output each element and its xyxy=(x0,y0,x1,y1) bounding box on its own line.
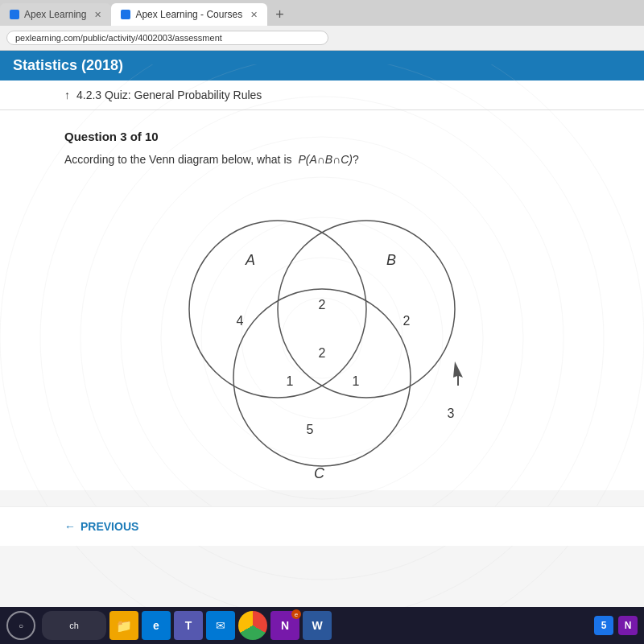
quiz-header-icon: ↑ xyxy=(64,89,70,101)
cursor-icon xyxy=(453,361,463,386)
new-tab-button[interactable]: + xyxy=(267,3,292,26)
tab1-label: Apex Learning xyxy=(24,9,86,20)
content-area: Question 3 of 10 According to the Venn d… xyxy=(0,110,644,490)
quiz-title: 4.2.3 Quiz: General Probability Rules xyxy=(76,89,262,101)
region-b-only: 2 xyxy=(403,314,411,328)
onenote-badge: e xyxy=(291,609,301,619)
question-text-main: According to the Venn diagram below, wha… xyxy=(64,153,292,166)
taskbar: ○ ch 📁 e T ✉ ● N e xyxy=(0,607,644,644)
tab2-close[interactable]: ✕ xyxy=(250,10,258,20)
venn-diagram-container: A B C 4 2 2 2 1 1 xyxy=(64,184,580,490)
region-c-only: 5 xyxy=(307,423,314,436)
chrome-button[interactable]: ● xyxy=(238,611,267,640)
tray-badge-5[interactable]: 5 xyxy=(594,616,613,635)
label-b: B xyxy=(386,252,396,268)
question-number: Question 3 of 10 xyxy=(64,130,580,143)
edge-icon: e xyxy=(153,619,159,632)
region-a-only: 4 xyxy=(237,314,244,328)
quiz-header: ↑ 4.2.3 Quiz: General Probability Rules xyxy=(0,80,644,110)
search-button[interactable]: ch xyxy=(42,611,106,640)
teams-button[interactable]: T xyxy=(174,611,203,640)
edge-button[interactable]: e xyxy=(142,611,171,640)
file-explorer-icon: 📁 xyxy=(116,618,132,634)
chrome-icon: ● xyxy=(250,619,256,632)
word-button[interactable]: W xyxy=(303,611,332,640)
question-text: According to the Venn diagram below, wha… xyxy=(64,151,580,168)
page-wrapper: Apex Learning ✕ Apex Learning - Courses … xyxy=(0,0,644,644)
tab1-close[interactable]: ✕ xyxy=(94,10,101,20)
region-outside: 3 xyxy=(448,407,455,420)
formula: P(A∩B∩C) xyxy=(298,153,353,166)
region-abc: 2 xyxy=(319,346,326,360)
system-tray: 5 N xyxy=(594,616,638,635)
region-bc: 1 xyxy=(353,374,360,388)
mail-button[interactable]: ✉ xyxy=(206,611,235,640)
prev-arrow: ← xyxy=(64,520,76,533)
file-explorer-button[interactable]: 📁 xyxy=(109,611,138,640)
page-header: Statistics (2018) xyxy=(0,51,644,80)
teams-icon: T xyxy=(185,619,192,632)
tab2-label: Apex Learning - Courses xyxy=(135,9,242,20)
tab1-favicon xyxy=(10,10,19,19)
venn-diagram-svg: A B C 4 2 2 2 1 1 xyxy=(121,184,523,490)
label-a: A xyxy=(245,252,255,268)
prev-label: PREVIOUS xyxy=(80,520,138,533)
address-input[interactable]: pexlearning.com/public/activity/4002003/… xyxy=(6,31,328,45)
formula-suffix: ? xyxy=(353,153,359,166)
region-ac: 1 xyxy=(287,374,294,388)
region-ab: 2 xyxy=(319,298,326,312)
page-header-text: Statistics (2018) xyxy=(13,57,123,73)
start-icon: ○ xyxy=(19,621,23,630)
nav-bar: ← PREVIOUS xyxy=(0,506,644,546)
search-label: ch xyxy=(69,621,79,630)
word-icon: W xyxy=(312,619,322,632)
start-button[interactable]: ○ xyxy=(6,611,35,640)
address-bar: pexlearning.com/public/activity/4002003/… xyxy=(0,26,644,50)
tray-badge-n[interactable]: N xyxy=(618,616,638,635)
tab-apex-learning[interactable]: Apex Learning ✕ xyxy=(0,3,111,26)
tab2-favicon xyxy=(121,10,130,19)
svg-point-10 xyxy=(233,289,411,466)
onenote-button[interactable]: N e xyxy=(270,611,299,640)
browser-chrome: Apex Learning ✕ Apex Learning - Courses … xyxy=(0,0,644,51)
tab-bar: Apex Learning ✕ Apex Learning - Courses … xyxy=(0,0,644,26)
label-c: C xyxy=(314,465,325,481)
mail-icon: ✉ xyxy=(216,619,225,632)
prev-button[interactable]: ← PREVIOUS xyxy=(64,520,580,533)
tab-apex-learning-courses[interactable]: Apex Learning - Courses ✕ xyxy=(111,3,267,26)
onenote-icon: N xyxy=(281,619,289,632)
